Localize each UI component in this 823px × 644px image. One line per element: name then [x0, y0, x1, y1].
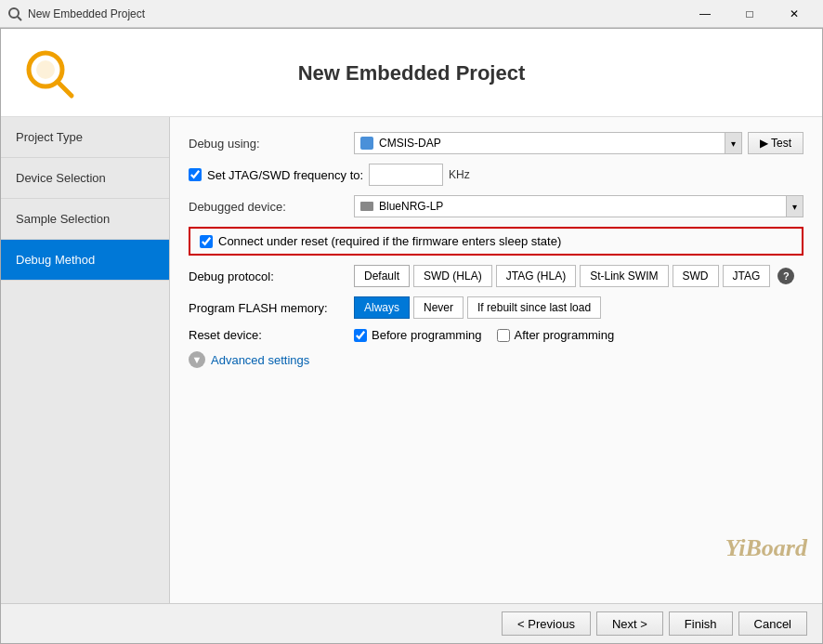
- program-flash-label: Program FLASH memory:: [189, 301, 346, 315]
- next-button[interactable]: Next >: [596, 611, 663, 636]
- debug-using-label: Debug using:: [189, 137, 346, 151]
- debugged-device-dropdown[interactable]: BlueNRG-LP ▾: [354, 195, 803, 217]
- main-panel: Debug using: CMSIS-DAP ▾ ▶ Test: [170, 117, 822, 603]
- page-title: New Embedded Project: [79, 61, 744, 85]
- test-button[interactable]: ▶ Test: [748, 132, 803, 154]
- protocol-default-btn[interactable]: Default: [354, 265, 410, 287]
- debug-protocol-label: Debug protocol:: [189, 269, 346, 283]
- watermark: YiBoard: [725, 534, 807, 562]
- debugged-device-control: BlueNRG-LP ▾: [354, 195, 803, 217]
- jtag-freq-input[interactable]: 3000: [369, 164, 443, 186]
- main-window: New Embedded Project Project Type Device…: [0, 28, 823, 644]
- previous-button[interactable]: < Previous: [502, 611, 591, 636]
- before-programming-option: Before programming: [354, 328, 482, 342]
- debug-using-row: Debug using: CMSIS-DAP ▾ ▶ Test: [189, 132, 803, 154]
- svg-point-4: [36, 60, 55, 79]
- app-icon: [7, 7, 22, 21]
- protocol-jtag-hla-btn[interactable]: JTAG (HLA): [496, 265, 576, 287]
- program-flash-row: Program FLASH memory: Always Never If re…: [189, 296, 803, 319]
- protocol-swd-hla-btn[interactable]: SWD (HLA): [413, 265, 492, 287]
- jtag-unit: KHz: [449, 168, 470, 181]
- svg-point-0: [9, 8, 19, 18]
- app-logo: [20, 44, 79, 103]
- after-programming-label: After programming: [515, 328, 615, 342]
- after-programming-option: After programming: [497, 328, 615, 342]
- debug-using-control: CMSIS-DAP ▾ ▶ Test: [354, 132, 803, 154]
- cancel-button[interactable]: Cancel: [738, 611, 807, 636]
- advanced-settings-label: Advanced settings: [211, 353, 309, 367]
- footer: < Previous Next > Finish Cancel: [1, 603, 822, 643]
- jtag-freq-checkbox[interactable]: [189, 168, 202, 181]
- svg-line-3: [58, 82, 72, 96]
- flash-buttons: Always Never If rebuilt since last load: [354, 296, 601, 319]
- reset-device-row: Reset device: Before programming After p…: [189, 328, 803, 342]
- dropdown-arrow-icon: ▾: [725, 133, 741, 153]
- sidebar: Project Type Device Selection Sample Sel…: [1, 117, 170, 603]
- finish-button[interactable]: Finish: [669, 611, 733, 636]
- protocol-swd-btn[interactable]: SWD: [673, 265, 719, 287]
- device-dropdown-arrow-icon: ▾: [786, 196, 803, 217]
- debugged-device-row: Debugged device: BlueNRG-LP ▾: [189, 195, 803, 217]
- debug-protocol-row: Debug protocol: Default SWD (HLA) JTAG (…: [189, 265, 803, 287]
- protocol-st-link-swim-btn[interactable]: St-Link SWIM: [580, 265, 668, 287]
- reset-device-label: Reset device:: [189, 328, 346, 342]
- title-bar-controls: — □ ✕: [684, 0, 816, 28]
- close-button[interactable]: ✕: [773, 0, 816, 28]
- svg-line-1: [18, 17, 21, 20]
- protocol-help-icon[interactable]: ?: [777, 268, 794, 284]
- debug-using-dropdown[interactable]: CMSIS-DAP ▾: [354, 132, 742, 154]
- sidebar-item-device-selection[interactable]: Device Selection: [1, 158, 169, 199]
- advanced-expand-icon: ▼: [189, 351, 205, 368]
- sidebar-item-debug-method[interactable]: Debug Method: [1, 240, 169, 281]
- title-bar-text: New Embedded Project: [28, 7, 684, 20]
- before-programming-label: Before programming: [372, 328, 482, 342]
- debugged-device-label: Debugged device:: [189, 200, 346, 214]
- sidebar-item-project-type[interactable]: Project Type: [1, 117, 169, 158]
- flash-if-rebuilt-btn[interactable]: If rebuilt since last load: [467, 296, 601, 319]
- title-bar: New Embedded Project — □ ✕: [0, 0, 823, 28]
- device-chip-icon: [360, 202, 373, 211]
- after-programming-checkbox[interactable]: [497, 329, 510, 342]
- jtag-freq-row: Set JTAG/SWD frequency to: 3000 KHz: [189, 164, 803, 186]
- sidebar-item-sample-selection[interactable]: Sample Selection: [1, 199, 169, 240]
- connect-under-reset-section: Connect under reset (required if the fir…: [189, 227, 803, 256]
- protocol-buttons: Default SWD (HLA) JTAG (HLA) St-Link SWI…: [354, 265, 770, 287]
- connect-under-reset-checkbox[interactable]: [200, 235, 213, 248]
- protocol-jtag-btn[interactable]: JTAG: [723, 265, 771, 287]
- maximize-button[interactable]: □: [728, 0, 771, 28]
- content-area: Project Type Device Selection Sample Sel…: [1, 117, 822, 603]
- flash-never-btn[interactable]: Never: [413, 296, 464, 319]
- reset-options: Before programming After programming: [354, 328, 614, 342]
- header: New Embedded Project: [1, 29, 822, 117]
- jtag-freq-label: Set JTAG/SWD frequency to:: [207, 168, 363, 182]
- advanced-settings-row[interactable]: ▼ Advanced settings: [189, 351, 803, 368]
- minimize-button[interactable]: —: [684, 0, 726, 28]
- cmsis-dap-icon: [360, 137, 373, 150]
- flash-always-btn[interactable]: Always: [354, 296, 410, 319]
- connect-under-reset-label: Connect under reset (required if the fir…: [218, 234, 561, 248]
- before-programming-checkbox[interactable]: [354, 329, 367, 342]
